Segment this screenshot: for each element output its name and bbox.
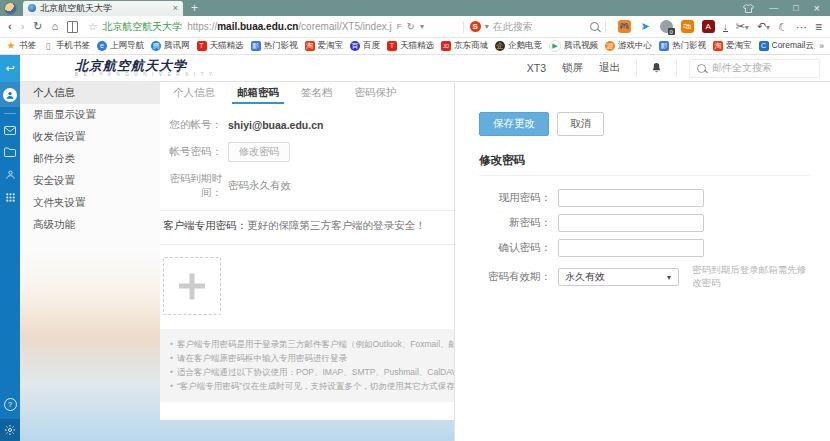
notification-bell-icon[interactable] — [636, 60, 677, 76]
bookmark-item[interactable]: 百百度 — [350, 40, 380, 52]
bookmark-item[interactable]: ▶腾讯视频 — [549, 40, 598, 52]
client-password-title: 客户端专用密码：更好的保障第三方客户端的登录安全！ — [160, 211, 454, 241]
help-icon[interactable]: ? — [4, 398, 17, 411]
search-icon[interactable] — [590, 22, 599, 31]
expire-row: 密码到期时间： 密码永久有效 — [160, 172, 454, 200]
back-to-mail-button[interactable]: ↩ — [0, 55, 20, 82]
rail-profile-item[interactable] — [0, 82, 20, 107]
maximize-button[interactable]: □ — [793, 3, 798, 13]
header-link-lockscreen[interactable]: 锁屏 — [562, 61, 583, 75]
reading-list-icon[interactable] — [67, 21, 78, 33]
bookmark-item[interactable]: 影热门影视 — [251, 40, 298, 52]
sidebar-item-display-settings[interactable]: 界面显示设置 — [20, 104, 160, 126]
sidebar-item-security[interactable]: 安全设置 — [20, 170, 160, 192]
send-page-extension-icon[interactable]: ➤ — [639, 20, 652, 33]
panel-heading: 修改密码 — [479, 153, 810, 176]
password-row: 帐号密码： 修改密码 — [160, 142, 454, 162]
mail-icon[interactable] — [4, 126, 16, 135]
undo-closed-tab-icon[interactable]: ↶▾ — [757, 20, 770, 34]
extension-badge: 0 — [668, 28, 675, 35]
bookmark-item[interactable]: JD京东商城 — [441, 40, 488, 52]
apps-grid-icon[interactable] — [5, 192, 16, 203]
change-password-button[interactable]: 修改密码 — [228, 142, 290, 162]
header-link-xt3[interactable]: XT3 — [527, 62, 546, 74]
settings-tabs: 个人信息 邮箱密码 签名档 密码保护 — [160, 82, 454, 104]
back-icon[interactable]: ‹ — [8, 21, 12, 32]
night-mode-moon-icon[interactable]: ☾ — [778, 21, 788, 33]
screenshot-scissors-icon[interactable]: ✂▾ — [736, 20, 749, 34]
bookmark-item[interactable]: 淘爱淘宝 — [713, 40, 752, 52]
settings-gear-item[interactable] — [0, 419, 20, 441]
tab-personal-info[interactable]: 个人信息 — [173, 82, 215, 104]
validity-select[interactable]: 永久有效 ▼ — [558, 268, 679, 286]
current-password-row: 现用密码： — [479, 189, 810, 207]
bookmarks-overflow-icon[interactable]: » — [815, 38, 830, 54]
browser-profile-avatar-icon[interactable] — [4, 2, 17, 15]
add-client-password-button[interactable] — [163, 257, 221, 315]
bookmark-item[interactable]: 腾腾讯网 — [151, 40, 190, 52]
bookmark-star-icon[interactable]: ☆ — [88, 21, 97, 32]
pdf-extension-icon[interactable]: A — [702, 20, 715, 33]
sidebar-item-folder-settings[interactable]: 文件夹设置 — [20, 192, 160, 214]
validity-label: 密码有效期： — [479, 270, 551, 284]
minimize-button[interactable]: — — [769, 3, 778, 13]
search-engine-caret-icon[interactable]: ▾ — [485, 22, 489, 31]
theme-skin-icon[interactable] — [743, 4, 754, 13]
bookmark-item[interactable]: 影热门影视 — [659, 40, 706, 52]
flag-icon[interactable]: F — [397, 22, 402, 31]
bookmark-item[interactable]: ▯手机书签 — [43, 40, 90, 52]
address-caret-icon[interactable]: ▾ — [420, 22, 424, 31]
bookmark-icon: 腾 — [151, 41, 161, 51]
plus-icon — [179, 284, 205, 289]
quick-search-box[interactable]: S ▾ 在此搜索 — [470, 20, 590, 34]
search-engine-icon[interactable]: S — [470, 21, 481, 32]
tab-close-icon[interactable]: × — [173, 3, 178, 13]
panel-actions: 保存更改 取消 — [479, 112, 810, 136]
mail-search-placeholder: 邮件全文搜索 — [712, 61, 772, 75]
cancel-button[interactable]: 取消 — [557, 112, 604, 136]
address-bar[interactable]: ☆ 北京航空航天大学 https://mail.buaa.edu.cn/core… — [88, 20, 456, 34]
bookmark-item[interactable]: 游游戏中心 — [605, 40, 652, 52]
page-url[interactable]: https://mail.buaa.edu.cn/coremail/XT5/in… — [187, 21, 392, 32]
bookmark-item[interactable]: T天猫精选 — [197, 40, 244, 52]
more-tools-icon[interactable]: ⋯ — [796, 21, 807, 33]
shopping-extension-icon[interactable]: 🛍 — [681, 20, 694, 33]
bookmark-icon: ★ — [6, 41, 16, 51]
bookmark-icon: 企 — [495, 41, 505, 51]
address-refresh-icon[interactable]: ↻ — [407, 21, 415, 32]
bookmark-item[interactable]: ★书签 — [6, 40, 36, 52]
refresh-icon[interactable]: ↻ — [33, 21, 42, 32]
save-changes-button[interactable]: 保存更改 — [479, 112, 549, 136]
browser-tab[interactable]: 北京航空航天大学 × — [23, 1, 183, 16]
bookmark-item[interactable]: 淘爱淘宝 — [305, 40, 344, 52]
new-password-input[interactable] — [558, 214, 704, 232]
contacts-icon[interactable] — [5, 169, 16, 180]
confirm-password-input[interactable] — [558, 239, 704, 257]
forward-icon[interactable]: › — [21, 21, 25, 32]
tab-signature[interactable]: 签名档 — [301, 82, 333, 104]
home-icon[interactable]: ⌂ — [52, 21, 59, 32]
account-label: 您的帐号： — [160, 118, 222, 132]
folder-icon[interactable] — [4, 147, 16, 157]
validity-hint: 密码到期后登录邮箱需先修改密码 — [692, 264, 810, 290]
sidebar-item-send-receive[interactable]: 收发信设置 — [20, 126, 160, 148]
tab-mailbox-password[interactable]: 邮箱密码 — [237, 82, 279, 104]
bookmark-item[interactable]: e上网导航 — [97, 40, 144, 52]
mail-search-input[interactable]: 邮件全文搜索 — [689, 59, 820, 78]
close-button[interactable]: × — [814, 3, 820, 13]
new-tab-button[interactable]: + — [191, 3, 198, 13]
bookmark-icon: 游 — [605, 41, 615, 51]
sidebar-item-personal-info[interactable]: 个人信息 — [20, 82, 160, 104]
proxy-extension-icon[interactable]: 0 — [660, 20, 673, 33]
main-menu-icon[interactable]: ≡ — [815, 21, 822, 33]
bookmark-item[interactable]: 企企鹅电竞 — [495, 40, 542, 52]
bookmark-item[interactable]: T天猫精选 — [387, 40, 434, 52]
current-password-input[interactable] — [558, 189, 704, 207]
tab-password-protect[interactable]: 密码保护 — [355, 82, 397, 104]
game-center-extension-icon[interactable]: 🎮 — [618, 20, 631, 33]
download-icon[interactable]: ↓ — [723, 22, 728, 32]
header-link-logout[interactable]: 退出 — [599, 61, 620, 75]
sidebar-item-mail-classify[interactable]: 邮件分类 — [20, 148, 160, 170]
sidebar-item-advanced[interactable]: 高级功能 — [20, 214, 160, 236]
confirm-password-label: 确认密码： — [479, 241, 551, 255]
